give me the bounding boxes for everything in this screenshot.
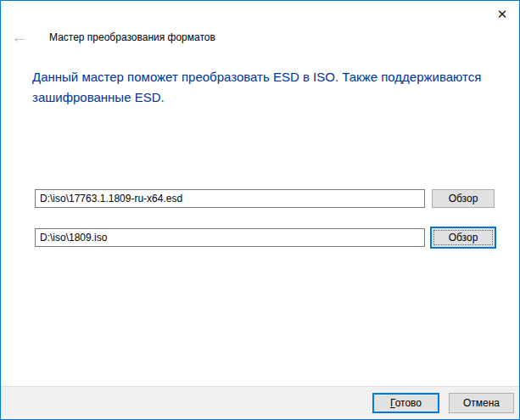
back-button[interactable]: ← (8, 27, 31, 48)
page-title: Мастер преобразования форматов (49, 31, 215, 43)
instruction-text: Данный мастер поможет преобразовать ESD … (32, 67, 497, 108)
destination-browse-button[interactable]: Обзор (430, 227, 496, 249)
wizard-window: ✕ ← Мастер преобразования форматов Данны… (0, 0, 520, 420)
finish-button-label: отово (395, 397, 422, 409)
cancel-button[interactable]: Отмена (449, 393, 514, 413)
source-path-input[interactable] (35, 189, 425, 208)
close-icon: ✕ (497, 7, 508, 21)
finish-button[interactable]: Готово (372, 393, 439, 413)
footer-bar: Готово Отмена (1, 386, 519, 420)
back-arrow-icon: ← (12, 28, 28, 46)
close-button[interactable]: ✕ (490, 4, 514, 25)
destination-path-input[interactable] (35, 228, 425, 247)
source-browse-button[interactable]: Обзор (432, 189, 495, 208)
